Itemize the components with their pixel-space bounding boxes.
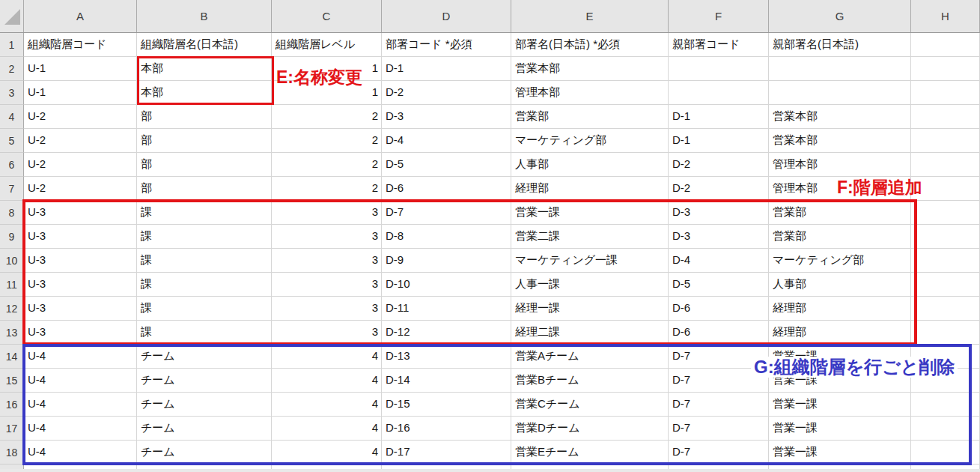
cell-E7[interactable]: 経理部 [511,177,669,201]
row-header-7[interactable]: 7 [0,177,24,201]
cell-F3[interactable] [669,81,769,105]
column-header-strip: ABCDEFGH [0,0,980,33]
cell-A3[interactable]: U-1 [24,81,137,105]
delete-rows-annotation-label[interactable]: G:組織階層を行ごと削除 [751,357,958,378]
rename-highlight-box[interactable] [137,56,274,105]
add-level-highlight-box[interactable] [22,199,917,345]
cell-E2[interactable]: 営業本部 [511,57,669,81]
row-header-17[interactable]: 17 [0,417,24,441]
column-header-G[interactable]: G [769,0,911,32]
row-header-18[interactable]: 18 [0,441,24,465]
cell-E3[interactable]: 管理本部 [511,81,669,105]
cell-H12[interactable] [911,297,980,321]
column-header-H[interactable]: H [911,0,980,32]
cell-E6[interactable]: 人事部 [511,153,669,177]
cell-D4[interactable]: D-3 [382,105,511,129]
cell-A4[interactable]: U-2 [24,105,137,129]
add-level-annotation-label[interactable]: F:階層追加 [837,178,922,197]
window-bottom-edge [0,469,980,472]
row-header-3[interactable]: 3 [0,81,24,105]
cell-D3[interactable]: D-2 [382,81,511,105]
cell-G6[interactable]: 管理本部 [769,153,911,177]
row-header-10[interactable]: 10 [0,249,24,273]
cell-C1[interactable]: 組織階層レベル [272,33,382,57]
cell-D5[interactable]: D-4 [382,129,511,153]
row-header-15[interactable]: 15 [0,369,24,393]
row-header-11[interactable]: 11 [0,273,24,297]
cell-C7[interactable]: 2 [272,177,382,201]
cell-H6[interactable] [911,153,980,177]
cell-G3[interactable] [769,81,911,105]
sheet-row-5: 5U-2部2D-4マーケティング部D-1営業本部 [0,129,980,153]
cell-G2[interactable] [769,57,911,81]
cell-B6[interactable]: 部 [137,153,272,177]
row-header-9[interactable]: 9 [0,225,24,249]
cell-F5[interactable]: D-1 [669,129,769,153]
sheet-row-6: 6U-2部2D-5人事部D-2管理本部 [0,153,980,177]
cell-B7[interactable]: 部 [137,177,272,201]
cell-E4[interactable]: 営業部 [511,105,669,129]
cell-H3[interactable] [911,81,980,105]
cell-F6[interactable]: D-2 [669,153,769,177]
cell-F4[interactable]: D-1 [669,105,769,129]
cell-H8[interactable] [911,201,980,225]
cell-G1[interactable]: 親部署名(日本語) [769,33,911,57]
cell-D7[interactable]: D-6 [382,177,511,201]
column-header-F[interactable]: F [669,0,769,32]
cell-H11[interactable] [911,273,980,297]
row-header-1[interactable]: 1 [0,33,24,57]
sheet-row-7: 7U-2部2D-6経理部D-2管理本部 [0,177,980,201]
row-header-14[interactable]: 14 [0,345,24,369]
cell-H13[interactable] [911,321,980,345]
rename-annotation-label[interactable]: E:名称変更 [276,67,362,87]
cell-B1[interactable]: 組織階層名(日本語) [137,33,272,57]
column-header-B[interactable]: B [137,0,272,32]
cell-D6[interactable]: D-5 [382,153,511,177]
cell-H10[interactable] [911,249,980,273]
cell-F1[interactable]: 親部署コード [669,33,769,57]
cell-F2[interactable] [669,57,769,81]
cell-H2[interactable] [911,57,980,81]
row-header-2[interactable]: 2 [0,57,24,81]
cell-G4[interactable]: 営業本部 [769,105,911,129]
select-all-triangle-icon [4,9,20,25]
column-header-D[interactable]: D [382,0,511,32]
row-header-5[interactable]: 5 [0,129,24,153]
cell-C6[interactable]: 2 [272,153,382,177]
column-header-A[interactable]: A [24,0,137,32]
cell-A6[interactable]: U-2 [24,153,137,177]
cell-H5[interactable] [911,129,980,153]
cell-D1[interactable]: 部署コード *必須 [382,33,511,57]
sheet-row-1: 1組織階層コード組織階層名(日本語)組織階層レベル部署コード *必須部署名(日本… [0,33,980,57]
row-header-13[interactable]: 13 [0,321,24,345]
cell-H1[interactable] [911,33,980,57]
cell-C5[interactable]: 2 [272,129,382,153]
cell-E1[interactable]: 部署名(日本語) *必須 [511,33,669,57]
cell-B5[interactable]: 部 [137,129,272,153]
cell-H9[interactable] [911,225,980,249]
row-header-12[interactable]: 12 [0,297,24,321]
row-header-8[interactable]: 8 [0,201,24,225]
cell-G5[interactable]: 営業本部 [769,129,911,153]
spreadsheet: ABCDEFGH 1組織階層コード組織階層名(日本語)組織階層レベル部署コード … [0,0,980,472]
cell-A2[interactable]: U-1 [24,57,137,81]
column-header-C[interactable]: C [272,0,382,32]
sheet-row-4: 4U-2部2D-3営業部D-1営業本部 [0,105,980,129]
cell-C4[interactable]: 2 [272,105,382,129]
cell-E5[interactable]: マーケティング部 [511,129,669,153]
cell-H4[interactable] [911,105,980,129]
cell-D2[interactable]: D-1 [382,57,511,81]
cell-F7[interactable]: D-2 [669,177,769,201]
cell-A5[interactable]: U-2 [24,129,137,153]
row-header-4[interactable]: 4 [0,105,24,129]
cell-A7[interactable]: U-2 [24,177,137,201]
select-all-corner[interactable] [0,0,24,32]
row-header-6[interactable]: 6 [0,153,24,177]
cell-A1[interactable]: 組織階層コード [24,33,137,57]
row-header-16[interactable]: 16 [0,393,24,417]
column-header-E[interactable]: E [511,0,669,32]
cell-B4[interactable]: 部 [137,105,272,129]
